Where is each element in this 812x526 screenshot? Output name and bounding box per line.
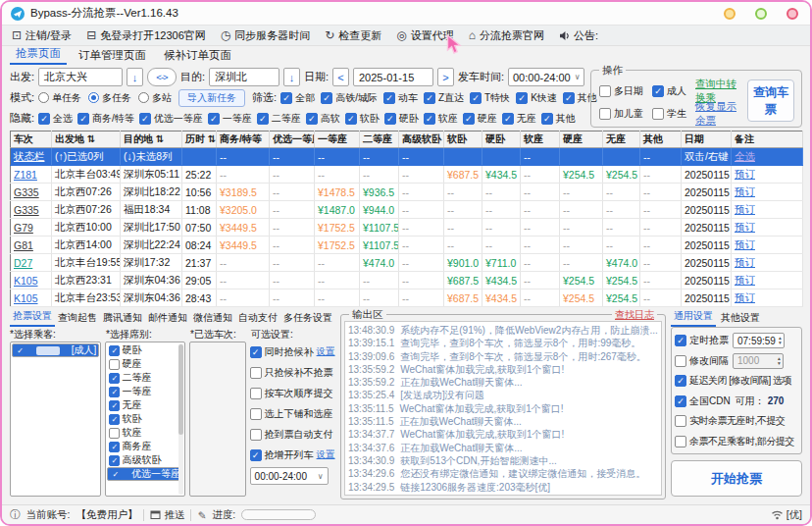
seat-item-5[interactable]: ✓软卧 — [107, 412, 183, 426]
depart-time-select[interactable]: 00:00-24:00∨ — [508, 68, 584, 86]
from-dropdown-button[interactable]: ↓ — [127, 68, 143, 86]
filter-check-4[interactable]: ✓T特快 — [470, 91, 510, 105]
optional-check-4[interactable]: 抢到票自动支付 — [250, 428, 333, 442]
hide-check-5[interactable]: ✓高软 — [306, 112, 340, 126]
multi-date-checkbox[interactable]: 多日期 — [599, 84, 643, 98]
hide-check-8[interactable]: ✓软座 — [424, 112, 458, 126]
mode-radio-2[interactable]: 多站 — [138, 91, 172, 105]
adult-checkbox[interactable]: ✓成人 — [652, 84, 686, 98]
book-link[interactable]: 预订 — [735, 168, 755, 180]
train-no-link[interactable]: K105 — [14, 292, 38, 304]
general-check-5[interactable]: 余票不足乘客时,部分提交 — [675, 435, 794, 448]
close-button[interactable] — [787, 8, 798, 20]
hide-check-1[interactable]: ✓商务/特等 — [77, 112, 134, 126]
toolbar-open-12306[interactable]: ⊟免登录打开12306官网 — [86, 28, 206, 43]
column-header[interactable]: 其他 — [640, 132, 682, 148]
filter-check-5[interactable]: ✓K快速 — [516, 91, 557, 105]
from-input[interactable]: 北京大兴 — [38, 68, 123, 86]
column-header[interactable]: 车次 — [11, 132, 52, 148]
seat-item-1[interactable]: 硬座 — [107, 357, 183, 371]
next-date-button[interactable]: > — [437, 68, 454, 86]
find-log-link[interactable]: 查找日志 — [612, 308, 657, 322]
tab-waitlist-orders[interactable]: 候补订单页面 — [158, 47, 237, 65]
optional-check-0[interactable]: ✓同时抢候补 — [250, 345, 314, 359]
toolbar-sync-time[interactable]: ◷同步服务器时间 — [221, 28, 310, 43]
hide-check-2[interactable]: ✓优选一等座 — [139, 112, 203, 126]
toolbar-set-proxy[interactable]: ◎设置代理 — [396, 28, 453, 43]
hide-check-7[interactable]: ✓硬卧 — [384, 112, 419, 126]
seat-item-6[interactable]: 软座 — [107, 426, 183, 440]
prev-date-button[interactable]: < — [332, 68, 349, 86]
general-input-1[interactable]: 1000▴▾ — [733, 353, 784, 369]
column-header[interactable]: 无座 — [603, 132, 640, 148]
book-link[interactable]: 预订 — [735, 238, 755, 250]
toolbar-announcement[interactable]: 公告: — [559, 28, 598, 43]
optional-check-5[interactable]: ✓抢增开列车 — [250, 448, 314, 462]
book-link[interactable]: 预订 — [735, 221, 755, 233]
tab-order-manage[interactable]: 订单管理页面 — [73, 47, 152, 65]
settings-tab-qq-notify[interactable]: 腾讯通知 — [100, 311, 145, 327]
column-header[interactable]: 软座 — [521, 132, 560, 148]
settings-tab-grab-settings[interactable]: 抢票设置 — [10, 309, 55, 327]
hide-check-9[interactable]: ✓硬座 — [463, 112, 497, 126]
settings-tab-auto-pay[interactable]: 自动支付 — [235, 311, 280, 327]
settings-tab-multi-task[interactable]: 多任务设置 — [280, 311, 335, 327]
tab-other-settings[interactable]: 其他设置 — [718, 311, 763, 327]
import-task-button[interactable]: 导入新任务 — [178, 89, 245, 107]
maximize-button[interactable] — [755, 8, 767, 20]
push-button[interactable]: 推送 — [150, 508, 184, 522]
hide-check-0[interactable]: ✓全选 — [38, 112, 73, 126]
grab-time-select[interactable]: 00:00-24:00∨ — [250, 467, 329, 485]
train-no-link[interactable]: D27 — [14, 257, 32, 269]
book-link[interactable]: 预订 — [735, 256, 755, 268]
seat-item-4[interactable]: ✓无座 — [107, 398, 183, 412]
column-header[interactable]: 高级软卧 — [399, 132, 444, 148]
column-header[interactable]: 二等座 — [360, 132, 399, 148]
train-no-link[interactable]: G81 — [14, 239, 33, 251]
spinner-icon[interactable]: ▴▾ — [779, 336, 782, 345]
hide-check-4[interactable]: ✓二等座 — [257, 112, 301, 126]
train-no-link[interactable]: G335 — [14, 186, 39, 198]
toolbar-official-site[interactable]: ⌂分流抢票官网 — [469, 28, 544, 43]
column-header[interactable]: 硬卧 — [482, 132, 521, 148]
filter-check-2[interactable]: ✓动车 — [383, 91, 418, 105]
swap-stations-button[interactable]: <-> — [147, 68, 177, 86]
select-all-link[interactable]: 全选 — [735, 150, 755, 162]
scrollbar-thumb[interactable] — [178, 344, 183, 435]
general-check-0[interactable]: ✓定时抢票 — [675, 334, 729, 347]
optional-check-3[interactable]: 选上下铺和选座 — [250, 407, 333, 421]
general-check-4[interactable]: 实时余票无座时,不提交 — [675, 414, 785, 428]
filter-check-3[interactable]: ✓Z直达 — [424, 91, 464, 105]
date-input[interactable]: 2025-01-15 — [353, 68, 433, 86]
toolbar-logout-login[interactable]: ⊡注销/登录 — [12, 28, 72, 43]
minimize-button[interactable] — [724, 8, 736, 20]
settings-tab-wechat-notify[interactable]: 微信通知 — [190, 311, 235, 327]
query-tickets-button[interactable]: 查询车票 — [747, 79, 794, 122]
book-link[interactable]: 预订 — [735, 291, 755, 303]
train-no-link[interactable]: G79 — [14, 222, 33, 234]
hide-check-3[interactable]: ✓一等座 — [208, 112, 252, 126]
log-list[interactable]: 13:48:30.9系统内存不足(91%)，降低WebView2内存占用，防止崩… — [344, 321, 662, 496]
book-link[interactable]: 预订 — [735, 274, 755, 286]
optional-check-1[interactable]: 只抢候补不抢票 — [250, 366, 333, 380]
train-no-link[interactable]: G335 — [14, 204, 39, 216]
book-link[interactable]: 预订 — [735, 203, 755, 215]
seat-item-3[interactable]: ✓一等座 — [107, 385, 183, 398]
spinner-icon[interactable]: ▴▾ — [778, 356, 781, 366]
settings-tab-query-presale[interactable]: 查询起售 — [55, 311, 100, 327]
start-grab-button[interactable]: 开始抢票 — [671, 460, 802, 497]
column-header[interactable]: 一等座 — [315, 132, 360, 148]
mode-radio-0[interactable]: 单任务 — [38, 91, 81, 105]
column-header[interactable]: 商务/特等 — [217, 132, 270, 148]
student-checkbox[interactable]: 学生 — [652, 107, 686, 121]
passenger-item[interactable]: ✓[成人] — [12, 343, 99, 357]
to-input[interactable]: 深圳北 — [209, 68, 279, 86]
general-input-0[interactable]: 07:59:59▴▾ — [733, 333, 785, 348]
seat-item-0[interactable]: ✓硬卧 — [107, 343, 183, 357]
seat-item-8[interactable]: ✓高级软卧 — [107, 453, 183, 467]
seat-item-7[interactable]: ✓商务座 — [107, 440, 183, 453]
column-header[interactable]: 目的地 ⇅ — [121, 132, 182, 148]
tab-general-settings[interactable]: 通用设置 — [671, 309, 716, 327]
book-link[interactable]: 预订 — [735, 185, 755, 197]
column-header[interactable]: 软卧 — [444, 132, 482, 148]
